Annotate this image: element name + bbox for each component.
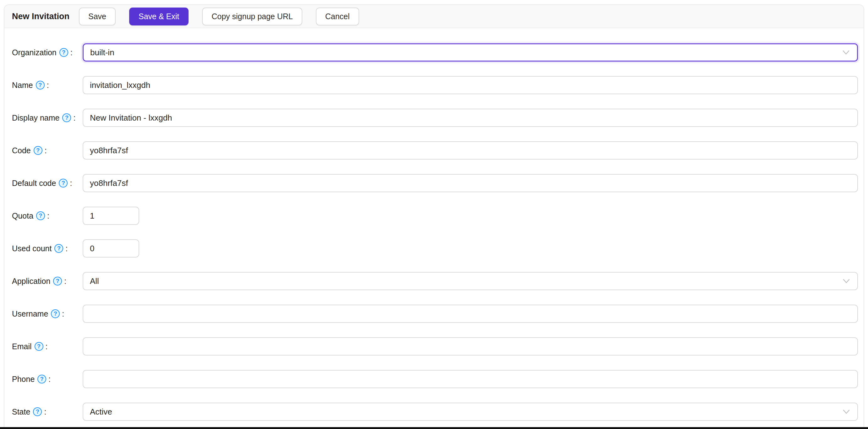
application-label: Application ? : [12,277,83,286]
colon: : [47,211,49,221]
code-input[interactable] [83,141,858,160]
cancel-button[interactable]: Cancel [316,7,359,26]
form-row-code: Code ? : [12,141,858,160]
phone-label: Phone ? : [12,375,83,384]
help-icon[interactable]: ? [51,309,60,318]
page-title: New Invitation [12,12,69,21]
help-icon[interactable]: ? [59,179,68,188]
help-icon[interactable]: ? [35,342,43,351]
colon: : [70,179,72,188]
save-button[interactable]: Save [79,7,116,26]
form-row-application: Application ? : All [12,272,858,290]
organization-select[interactable]: built-in [83,43,858,62]
username-input[interactable] [83,305,858,323]
help-icon[interactable]: ? [53,277,62,286]
name-input[interactable] [83,76,858,94]
invitation-form: Organization ? : built-in Name ? : Displ… [4,28,864,421]
colon: : [65,244,68,253]
display-name-input[interactable] [83,109,858,127]
email-label: Email ? : [12,342,83,351]
state-select[interactable]: Active [83,403,858,421]
quota-input[interactable] [83,207,139,225]
form-row-organization: Organization ? : built-in [12,43,858,62]
application-select[interactable]: All [83,272,858,290]
colon: : [62,309,64,319]
help-icon[interactable]: ? [54,244,63,253]
help-icon[interactable]: ? [36,81,44,90]
copy-signup-page-url-button[interactable]: Copy signup page URL [202,7,302,26]
colon: : [45,342,48,351]
chevron-down-icon [843,279,850,284]
form-row-username: Username ? : [12,305,858,323]
help-icon[interactable]: ? [37,375,46,384]
help-icon[interactable]: ? [33,407,42,416]
help-icon[interactable]: ? [34,146,42,155]
colon: : [49,375,51,384]
form-row-name: Name ? : [12,76,858,94]
application-select-value: All [90,276,99,286]
email-input[interactable] [83,337,858,356]
used-count-input[interactable] [83,239,139,258]
organization-label: Organization ? : [12,48,83,57]
code-label: Code ? : [12,146,83,155]
form-row-display-name: Display name ? : [12,109,858,127]
help-icon[interactable]: ? [59,48,68,57]
colon: : [73,113,75,123]
colon: : [44,146,47,155]
form-row-quota: Quota ? : [12,207,858,225]
invitation-edit-card: New Invitation Save Save & Exit Copy sig… [4,4,864,427]
quota-label: Quota ? : [12,211,83,221]
help-icon[interactable]: ? [36,211,45,220]
default-code-input[interactable] [83,174,858,192]
chevron-down-icon [842,50,849,55]
used-count-label: Used count ? : [12,244,83,253]
form-row-default-code: Default code ? : [12,174,858,192]
organization-select-value: built-in [90,48,114,58]
state-select-value: Active [90,407,112,417]
save-and-exit-button[interactable]: Save & Exit [129,7,189,26]
page-header: New Invitation Save Save & Exit Copy sig… [4,5,864,28]
phone-input[interactable] [83,370,858,388]
form-row-used-count: Used count ? : [12,239,858,258]
colon: : [47,81,49,90]
form-row-email: Email ? : [12,337,858,356]
name-label: Name ? : [12,81,83,90]
help-icon[interactable]: ? [62,113,71,122]
form-row-state: State ? : Active [12,403,858,421]
colon: : [70,48,72,57]
colon: : [64,277,66,286]
form-row-phone: Phone ? : [12,370,858,388]
colon: : [44,407,46,417]
display-name-label: Display name ? : [12,113,83,123]
default-code-label: Default code ? : [12,179,83,188]
state-label: State ? : [12,407,83,417]
window-bottom-edge [0,427,868,429]
chevron-down-icon [843,409,850,414]
username-label: Username ? : [12,309,83,319]
